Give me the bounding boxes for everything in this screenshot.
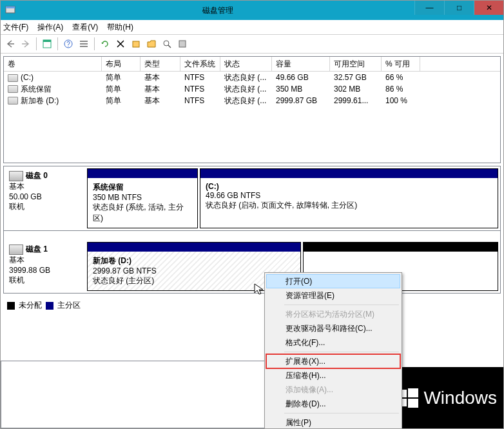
- ctx-properties[interactable]: 属性(P): [266, 415, 400, 429]
- ctx-mark-active: 将分区标记为活动分区(M): [266, 307, 400, 321]
- drive-icon: [8, 97, 18, 105]
- col-volume[interactable]: 卷: [4, 57, 102, 71]
- svg-rect-1: [6, 6, 15, 8]
- legend-unallocated-label: 未分配: [19, 300, 42, 311]
- drive-icon: [8, 74, 18, 82]
- svg-rect-16: [408, 399, 418, 408]
- ctx-extend-volume[interactable]: 扩展卷(X)...: [266, 354, 400, 368]
- svg-rect-6: [80, 41, 88, 42]
- app-icon: [5, 4, 17, 17]
- ctx-shrink-volume[interactable]: 压缩卷(H)...: [266, 368, 400, 383]
- partition-c[interactable]: (C:) 49.66 GB NTFS 状态良好 (启动, 页面文件, 故障转储,…: [200, 168, 498, 228]
- legend: 未分配 主分区: [1, 296, 503, 315]
- views-icon[interactable]: [40, 37, 54, 51]
- branding-text: Windows: [423, 388, 497, 408]
- disk-info[interactable]: 磁盘 1 基本 3999.88 GB 联机: [4, 240, 85, 293]
- titlebar: 磁盘管理 — □ ✕: [1, 1, 503, 20]
- menu-view[interactable]: 查看(V): [72, 22, 98, 33]
- window-title: 磁盘管理: [21, 5, 414, 16]
- legend-primary-swatch: [46, 302, 53, 310]
- ctx-change-letter[interactable]: 更改驱动器号和路径(C)...: [266, 321, 400, 335]
- svg-rect-7: [80, 43, 88, 45]
- toolbar: ?: [1, 35, 503, 54]
- volume-row[interactable]: 新加卷 (D:) 简单 基本 NTFS 状态良好 (... 2999.87 GB…: [4, 95, 500, 106]
- ctx-format[interactable]: 格式化(F)...: [266, 335, 400, 350]
- properties-icon[interactable]: [129, 37, 143, 51]
- delete-icon[interactable]: [113, 37, 128, 51]
- ctx-delete-volume[interactable]: 删除卷(D)...: [266, 397, 400, 411]
- legend-unallocated-swatch: [7, 302, 15, 310]
- col-pct[interactable]: % 可用: [382, 57, 420, 71]
- volume-list: 卷 布局 类型 文件系统 状态 容量 可用空间 % 可用 (C:) 简单 基本 …: [3, 56, 501, 163]
- refresh-icon[interactable]: [98, 37, 112, 51]
- settings-icon[interactable]: [175, 37, 189, 51]
- disk-icon: [9, 171, 23, 181]
- ctx-explorer[interactable]: 资源管理器(E): [266, 288, 400, 303]
- col-fs[interactable]: 文件系统: [180, 57, 220, 71]
- list-icon[interactable]: [77, 37, 91, 51]
- menu-help[interactable]: 帮助(H): [107, 22, 133, 33]
- minimize-button[interactable]: —: [414, 1, 444, 15]
- disk-management-window: 磁盘管理 — □ ✕ 文件(F) 操作(A) 查看(V) 帮助(H) ? 卷 布…: [0, 0, 504, 429]
- search-icon[interactable]: [160, 37, 174, 51]
- disk-0: 磁盘 0 基本 50.00 GB 联机 系统保留 350 MB NTFS 状态良…: [4, 166, 500, 231]
- partition-system-reserved[interactable]: 系统保留 350 MB NTFS 状态良好 (系统, 活动, 主分区): [87, 168, 198, 228]
- col-layout[interactable]: 布局: [102, 57, 141, 71]
- col-type[interactable]: 类型: [141, 57, 180, 71]
- disk-map: 磁盘 0 基本 50.00 GB 联机 系统保留 350 MB NTFS 状态良…: [3, 166, 501, 294]
- volume-row[interactable]: (C:) 简单 基本 NTFS 状态良好 (... 49.66 GB 32.57…: [4, 72, 500, 83]
- svg-line-11: [168, 45, 171, 48]
- help-icon[interactable]: ?: [61, 37, 75, 51]
- context-menu: 打开(O) 资源管理器(E) 将分区标记为活动分区(M) 更改驱动器号和路径(C…: [264, 272, 402, 429]
- ctx-open[interactable]: 打开(O): [266, 274, 400, 288]
- menubar: 文件(F) 操作(A) 查看(V) 帮助(H): [1, 20, 503, 35]
- maximize-button[interactable]: □: [444, 1, 474, 15]
- svg-rect-14: [408, 388, 418, 397]
- volume-row[interactable]: 系统保留 简单 基本 NTFS 状态良好 (... 350 MB 302 MB …: [4, 83, 500, 95]
- back-icon[interactable]: [3, 37, 17, 51]
- col-status[interactable]: 状态: [220, 57, 272, 71]
- svg-text:?: ?: [66, 41, 70, 48]
- svg-rect-12: [179, 41, 186, 47]
- svg-rect-8: [80, 46, 88, 47]
- ctx-add-mirror: 添加镜像(A)...: [266, 383, 400, 397]
- disk-info[interactable]: 磁盘 0 基本 50.00 GB 联机: [4, 166, 85, 230]
- svg-rect-3: [43, 40, 51, 42]
- svg-rect-9: [133, 41, 139, 47]
- svg-point-10: [164, 41, 169, 46]
- disk-1: 磁盘 1 基本 3999.88 GB 联机 新加卷 (D:) 2999.87 G…: [4, 240, 500, 293]
- disk-icon: [9, 244, 23, 255]
- menu-file[interactable]: 文件(F): [3, 22, 28, 33]
- open-icon[interactable]: [144, 37, 159, 51]
- menu-action[interactable]: 操作(A): [37, 22, 63, 33]
- col-free[interactable]: 可用空间: [330, 57, 382, 71]
- forward-icon[interactable]: [19, 37, 33, 51]
- col-capacity[interactable]: 容量: [272, 57, 330, 71]
- volume-list-header: 卷 布局 类型 文件系统 状态 容量 可用空间 % 可用: [4, 57, 500, 72]
- drive-icon: [8, 85, 18, 93]
- legend-primary-label: 主分区: [57, 300, 81, 311]
- close-button[interactable]: ✕: [474, 1, 503, 15]
